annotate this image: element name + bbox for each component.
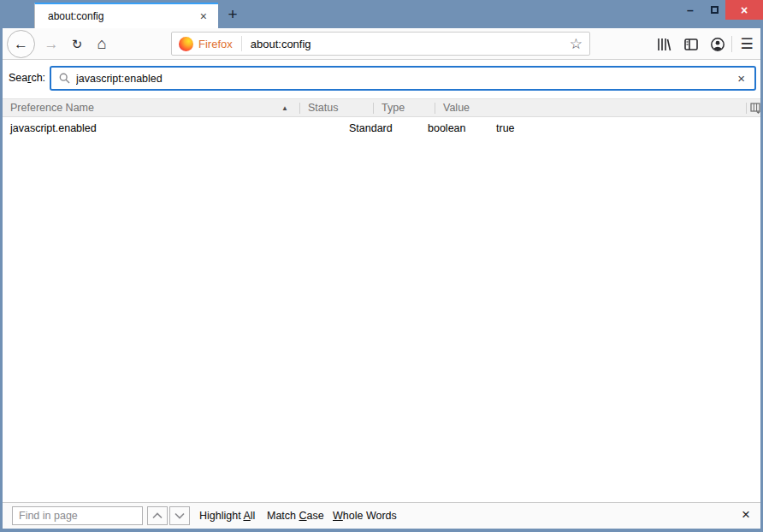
urlbar-divider <box>241 36 242 51</box>
nav-toolbar: ← → ↻ ⌂ Firefox about:config ☆ <box>3 28 760 60</box>
window-border-bottom <box>0 529 763 532</box>
search-label-pre: Sea <box>9 72 27 84</box>
window-border-left <box>0 28 3 532</box>
titlebar: about:config × + – × <box>0 0 763 28</box>
column-divider <box>746 103 747 114</box>
column-divider <box>435 103 435 114</box>
column-divider <box>299 103 300 114</box>
tab-about-config[interactable]: about:config × <box>34 3 218 28</box>
table-row[interactable]: javascript.enabled Standard boolean true <box>3 119 760 138</box>
chevron-up-icon <box>152 512 163 519</box>
bookmark-star-icon[interactable]: ☆ <box>570 35 583 53</box>
config-search-box[interactable]: × <box>50 66 756 91</box>
column-header-type[interactable]: Type <box>382 102 405 114</box>
menu-button[interactable]: ☰ <box>737 34 756 53</box>
tab-close-icon[interactable]: × <box>198 9 210 23</box>
find-close-icon[interactable]: × <box>742 506 750 523</box>
url-bar[interactable]: Firefox about:config ☆ <box>171 32 590 56</box>
sort-ascending-icon: ▲ <box>281 104 288 112</box>
whole-words-accesskey: W <box>333 510 343 522</box>
library-icon[interactable] <box>655 36 672 53</box>
library-icon-glyph <box>656 37 671 52</box>
match-case-accesskey: C <box>299 510 307 522</box>
new-tab-button[interactable]: + <box>222 5 244 26</box>
home-button[interactable]: ⌂ <box>92 34 111 53</box>
pref-name-cell[interactable]: javascript.enabled <box>10 119 97 138</box>
column-header-preference-name[interactable]: Preference Name <box>10 102 94 114</box>
pref-status-cell[interactable]: Standard <box>349 119 393 138</box>
pref-value-cell[interactable]: true <box>496 119 515 138</box>
find-bar: Highlight All Match Case Whole Words × <box>3 502 760 529</box>
config-search-input[interactable] <box>76 73 736 85</box>
toolbar-divider <box>731 36 732 52</box>
column-divider <box>373 103 374 114</box>
find-next-button[interactable] <box>169 506 190 525</box>
match-case-post: ase <box>307 510 324 522</box>
back-button[interactable]: ← <box>7 30 35 58</box>
tab-title: about:config <box>48 10 198 22</box>
find-previous-button[interactable] <box>147 506 168 525</box>
match-case-button[interactable]: Match Case <box>267 510 324 522</box>
forward-button[interactable]: → <box>42 36 61 53</box>
account-icon-glyph <box>710 37 725 52</box>
config-search-row: Search: × <box>3 60 760 98</box>
search-icon <box>59 73 70 84</box>
highlight-all-pre: Highlight <box>199 510 243 522</box>
url-text[interactable]: about:config <box>251 38 311 50</box>
minimize-button[interactable]: – <box>677 0 703 20</box>
highlight-all-post: ll <box>251 510 256 522</box>
column-header-status[interactable]: Status <box>308 102 338 114</box>
sidebar-icon-glyph <box>683 37 699 52</box>
firefox-logo-icon <box>179 37 193 51</box>
search-label-post: ch: <box>31 72 45 84</box>
maximize-icon <box>711 6 719 14</box>
reload-button[interactable]: ↻ <box>68 36 86 53</box>
chevron-down-icon <box>174 512 185 519</box>
identity-label: Firefox <box>198 38 233 50</box>
maximize-button[interactable] <box>703 0 725 20</box>
match-case-pre: Match <box>267 510 299 522</box>
window-close-button[interactable]: × <box>725 0 763 20</box>
prefs-table-header: Preference Name ▲ Status Type Value <box>3 98 760 117</box>
find-input[interactable] <box>12 506 143 525</box>
whole-words-button[interactable]: Whole Words <box>333 510 397 522</box>
account-icon[interactable] <box>709 36 726 53</box>
search-clear-icon[interactable]: × <box>736 71 747 86</box>
pref-type-cell[interactable]: boolean <box>428 119 466 138</box>
whole-words-post: hole Words <box>343 510 397 522</box>
search-label: Search: <box>9 72 45 84</box>
highlight-all-button[interactable]: Highlight All <box>199 510 255 522</box>
sidebar-icon[interactable] <box>683 36 700 53</box>
column-header-value[interactable]: Value <box>443 102 470 114</box>
highlight-all-accesskey: A <box>243 510 250 522</box>
